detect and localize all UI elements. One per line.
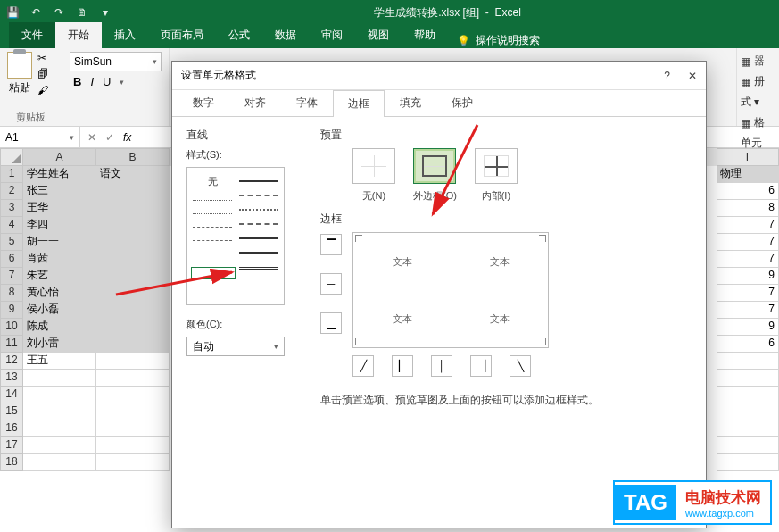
tab-view[interactable]: 视图 [355,22,402,48]
row-header[interactable]: 1 [0,166,23,183]
tell-me[interactable]: 💡 操作说明搜索 [457,33,540,48]
row-header[interactable]: 3 [0,200,23,217]
col-header-b[interactable]: B [96,148,170,166]
cell[interactable] [96,403,170,420]
select-all-corner[interactable] [0,148,23,166]
row-header[interactable]: 6 [0,251,23,268]
cell[interactable]: 9 [717,268,779,285]
cell[interactable]: 语文 [96,166,170,183]
row-header[interactable]: 10 [0,319,23,336]
row-header[interactable]: 15 [0,403,23,420]
tab-insert[interactable]: 插入 [102,22,148,48]
line-style-option[interactable] [239,209,278,211]
border-bottom-button[interactable]: ▁ [320,312,342,334]
cell[interactable]: 胡一一 [23,234,96,251]
cell[interactable] [96,420,170,437]
border-hmid-button[interactable]: ─ [320,273,342,295]
cell[interactable] [96,387,170,403]
underline-button[interactable]: U [103,75,111,88]
insert-cells[interactable]: ▦器 [741,54,775,69]
tab-formula[interactable]: 公式 [216,22,262,48]
cell[interactable]: 黄心怡 [23,285,96,302]
cell[interactable] [717,403,779,420]
cell[interactable] [23,370,96,387]
border-top-button[interactable]: ▔ [320,234,342,255]
cell[interactable] [717,437,779,454]
bold-button[interactable]: B [73,75,81,88]
cell[interactable]: 学生姓名 [23,166,96,183]
redo-icon[interactable]: ↷ [52,5,66,20]
row-header[interactable]: 17 [0,437,23,454]
font-name-select[interactable]: SimSun ▾ [70,52,162,71]
line-style-option[interactable] [193,213,232,214]
row-header[interactable]: 2 [0,183,23,200]
cell[interactable] [717,370,779,387]
fx-icon[interactable]: fx [123,131,131,144]
name-box[interactable]: A1 ▾ [0,127,80,147]
cell[interactable]: 7 [717,234,779,251]
cell[interactable]: 7 [717,302,779,319]
cell[interactable] [717,454,779,471]
paste-button[interactable]: 粘贴 [7,52,32,96]
line-style-option[interactable] [239,180,278,182]
dlg-tab-font[interactable]: 字体 [281,89,333,116]
cell[interactable]: 8 [717,200,779,217]
row-header[interactable]: 8 [0,285,23,302]
format-painter-icon[interactable]: 🖌 [37,84,48,96]
row-header[interactable]: 16 [0,420,23,437]
cell[interactable]: 肖茜 [23,251,96,268]
dlg-tab-border[interactable]: 边框 [333,90,385,117]
row-header[interactable]: 7 [0,268,23,285]
cell[interactable] [23,437,96,454]
dlg-tab-fill[interactable]: 填充 [385,89,436,116]
tab-data[interactable]: 数据 [262,22,309,48]
format-button[interactable]: ▦格 [741,115,775,130]
line-color-dropdown[interactable]: 自动 ▾ [186,337,285,356]
cell[interactable] [96,234,170,251]
line-style-none[interactable]: 无 [208,175,218,188]
cell[interactable] [96,353,170,370]
dlg-tab-align[interactable]: 对齐 [229,89,281,116]
line-style-option[interactable] [193,240,232,241]
cell[interactable]: 侯小磊 [23,302,96,319]
tab-file[interactable]: 文件 [9,22,55,48]
cell[interactable]: 物理 [717,166,779,183]
cell[interactable] [717,353,779,370]
cell[interactable]: 7 [717,251,779,268]
cell[interactable]: 李四 [23,217,96,234]
cell[interactable]: 6 [717,336,779,353]
border-diag-up-button[interactable]: ╱ [352,355,374,377]
tab-home[interactable]: 开始 [55,22,102,48]
cell[interactable] [96,217,170,234]
undo-icon[interactable]: ↶ [29,5,43,20]
cell[interactable]: 9 [717,319,779,336]
line-style-option[interactable] [239,237,278,239]
cell[interactable] [96,251,170,268]
cell[interactable]: 7 [717,285,779,302]
row-header[interactable]: 13 [0,370,23,387]
dlg-tab-protect[interactable]: 保护 [436,89,488,116]
cell[interactable] [23,420,96,437]
border-vmid-button[interactable]: │ [431,355,452,377]
tab-help[interactable]: 帮助 [402,22,448,48]
line-style-option[interactable] [239,223,278,225]
line-style-option[interactable] [239,195,278,196]
cell[interactable]: 朱艺 [23,268,96,285]
cell[interactable] [23,454,96,471]
cell[interactable]: 王华 [23,200,96,217]
cell[interactable] [717,420,779,437]
cell[interactable] [23,403,96,420]
italic-button[interactable]: I [90,75,94,88]
tab-layout[interactable]: 页面布局 [148,22,216,48]
format-cells[interactable]: 式 ▾ [741,95,775,110]
row-header[interactable]: 11 [0,336,23,353]
line-style-option[interactable] [193,200,232,201]
line-style-option[interactable] [193,227,232,228]
confirm-icon[interactable]: ✓ [105,131,114,144]
delete-cells[interactable]: ▦册 [741,74,775,89]
cell[interactable] [96,370,170,387]
cut-icon[interactable]: ✂ [37,52,48,64]
preset-none[interactable]: 无(N) [352,148,395,203]
border-right-button[interactable]: ▕ [470,355,492,377]
chevron-down-icon[interactable]: ▾ [120,78,124,87]
